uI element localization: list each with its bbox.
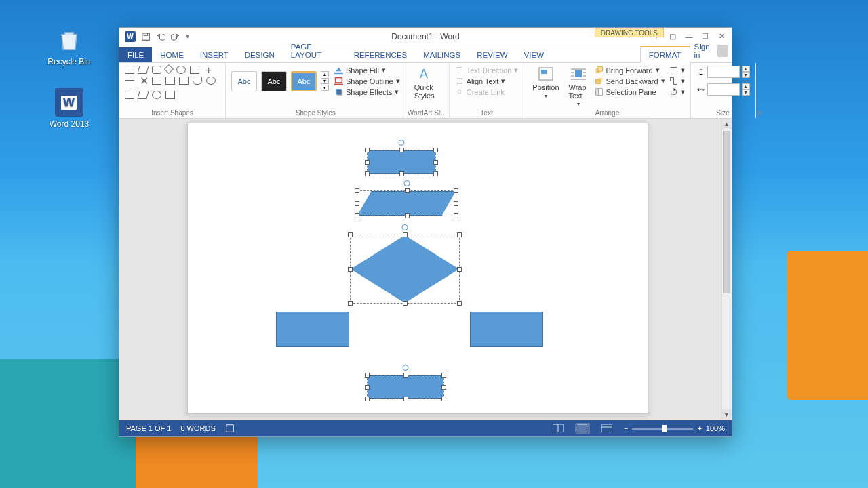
wallpaper-shape <box>787 251 868 400</box>
tab-view[interactable]: VIEW <box>516 47 552 62</box>
qat-customize-icon[interactable]: ▾ <box>186 33 189 40</box>
tab-references[interactable]: REFERENCES <box>346 47 416 62</box>
rotation-handle[interactable] <box>403 365 409 371</box>
word-app-icon[interactable]: W Word 2013 <box>42 88 96 129</box>
word-logo-icon: W <box>125 31 136 42</box>
flowchart-data-shape[interactable] <box>357 191 456 216</box>
group-shape-styles: Abc Abc Abc ▲ ▼ ▾ Shape Fill ▾ Shape Out… <box>226 63 406 118</box>
shape-width-input[interactable]: ▲▼ <box>696 83 750 96</box>
proofing-icon[interactable] <box>225 424 235 433</box>
tab-format[interactable]: FORMAT <box>640 46 690 63</box>
tab-page-layout[interactable]: PAGE LAYOUT <box>283 39 346 62</box>
tab-file[interactable]: FILE <box>119 47 152 62</box>
svg-rect-3 <box>336 78 342 83</box>
tab-review[interactable]: REVIEW <box>469 47 515 62</box>
group-text: Text Direction ▾ Align Text ▾ Create Lin… <box>450 63 525 118</box>
shapes-gallery[interactable]: + ✕ <box>125 66 220 99</box>
scroll-up-icon[interactable]: ▲ <box>722 119 732 129</box>
svg-rect-0 <box>142 33 150 40</box>
zoom-out-icon[interactable]: − <box>624 424 628 432</box>
align-button[interactable]: ▾ <box>669 66 685 75</box>
style-swatch-dark[interactable]: Abc <box>261 71 287 92</box>
scroll-thumb[interactable] <box>723 131 730 293</box>
selection-pane-button[interactable]: Selection Pane <box>595 87 665 96</box>
svg-rect-2 <box>334 73 343 74</box>
shape-height-input[interactable]: ▲▼ <box>696 66 750 78</box>
quick-access-toolbar: W ▾ <box>119 31 195 42</box>
position-button[interactable]: Position▾ <box>530 66 561 99</box>
svg-rect-17 <box>670 78 673 81</box>
tab-insert[interactable]: INSERT <box>192 47 237 62</box>
title-bar: W ▾ Document1 - Word DRAWING TOOLS ? ▢ —… <box>119 28 732 45</box>
bring-forward-button[interactable]: Bring Forward ▾ <box>595 66 665 75</box>
rotation-handle[interactable] <box>403 180 410 186</box>
flowchart-process-shape[interactable] <box>470 312 543 347</box>
svg-rect-15 <box>595 89 598 96</box>
svg-rect-22 <box>578 424 587 432</box>
svg-rect-16 <box>599 89 602 96</box>
save-icon[interactable] <box>141 32 151 41</box>
tab-mailings[interactable]: MAILINGS <box>415 47 469 62</box>
width-icon <box>696 85 705 94</box>
shape-fill-button[interactable]: Shape Fill ▾ <box>334 66 400 75</box>
status-bar: PAGE 1 OF 1 0 WORDS − + 100% <box>119 420 732 436</box>
svg-rect-10 <box>575 70 582 77</box>
document-area: ▲ ▼ <box>119 119 732 420</box>
create-link-button: Create Link <box>455 87 519 96</box>
word-window: W ▾ Document1 - Word DRAWING TOOLS ? ▢ —… <box>119 27 732 437</box>
zoom-slider[interactable]: − + 100% <box>624 424 725 432</box>
tab-home[interactable]: HOME <box>152 47 192 62</box>
quick-styles-button[interactable]: A Quick Styles <box>412 66 443 100</box>
flowchart-process-shape[interactable] <box>368 375 443 399</box>
read-mode-icon[interactable] <box>551 423 566 434</box>
zoom-level[interactable]: 100% <box>706 424 725 432</box>
svg-rect-23 <box>601 424 612 432</box>
style-swatch-outline[interactable]: Abc <box>231 71 257 92</box>
gallery-more-icon[interactable]: ▾ <box>321 85 329 91</box>
shape-outline-button[interactable]: Shape Outline ▾ <box>334 77 400 85</box>
sign-in-link[interactable]: Sign in <box>690 39 732 62</box>
word-app-label: Word 2013 <box>42 119 96 129</box>
flowchart-process-shape[interactable] <box>368 150 435 174</box>
align-text-button[interactable]: Align Text ▾ <box>455 77 519 85</box>
word-count[interactable]: 0 WORDS <box>180 424 215 432</box>
style-swatch-blue[interactable]: Abc <box>291 71 317 92</box>
zoom-in-icon[interactable]: + <box>697 424 701 432</box>
group-arrange: Position▾ Wrap Text▾ Bring Forward ▾ Sen… <box>524 63 690 118</box>
send-backward-button[interactable]: Send Backward ▾ <box>595 77 665 85</box>
web-layout-icon[interactable] <box>599 423 614 434</box>
svg-rect-12 <box>597 67 602 72</box>
group-wordart-styles: A Quick Styles WordArt St… <box>406 63 450 118</box>
gallery-down-icon[interactable]: ▼ <box>321 78 329 84</box>
contextual-tab-header: DRAWING TOOLS <box>595 28 664 37</box>
shape-style-gallery[interactable]: Abc Abc Abc ▲ ▼ ▾ <box>231 71 329 92</box>
collapse-ribbon-icon[interactable]: ᐱ <box>756 108 764 118</box>
gallery-up-icon[interactable]: ▲ <box>321 71 329 77</box>
svg-rect-6 <box>337 90 342 96</box>
svg-rect-4 <box>334 84 343 85</box>
recycle-bin-icon[interactable]: Recycle Bin <box>42 26 96 66</box>
rotate-button[interactable]: ▾ <box>669 87 685 96</box>
ribbon-display-icon[interactable]: ▢ <box>665 30 680 43</box>
shape-effects-button[interactable]: Shape Effects ▾ <box>334 87 400 96</box>
wrap-text-button[interactable]: Wrap Text▾ <box>566 66 591 107</box>
page-indicator[interactable]: PAGE 1 OF 1 <box>126 424 171 432</box>
print-layout-icon[interactable] <box>575 423 590 434</box>
vertical-scrollbar[interactable]: ▲ ▼ <box>721 119 732 420</box>
tab-design[interactable]: DESIGN <box>237 47 283 62</box>
document-page[interactable] <box>187 123 648 414</box>
undo-icon[interactable] <box>156 32 165 41</box>
height-icon <box>696 68 705 77</box>
redo-icon[interactable] <box>171 32 180 41</box>
flowchart-process-shape[interactable] <box>276 312 349 347</box>
flowchart-decision-shape[interactable] <box>351 235 459 303</box>
ribbon: + ✕ Insert Shapes Abc Abc Abc ▲ ▼ ▾ <box>119 63 732 119</box>
svg-rect-19 <box>226 425 234 432</box>
text-direction-button: Text Direction ▾ <box>455 66 519 75</box>
scroll-down-icon[interactable]: ▼ <box>722 409 732 420</box>
svg-rect-1 <box>144 33 147 35</box>
group-button[interactable]: ▾ <box>669 77 685 85</box>
svg-rect-18 <box>673 81 677 85</box>
rotation-handle[interactable] <box>402 224 408 230</box>
rotation-handle[interactable] <box>399 140 405 146</box>
